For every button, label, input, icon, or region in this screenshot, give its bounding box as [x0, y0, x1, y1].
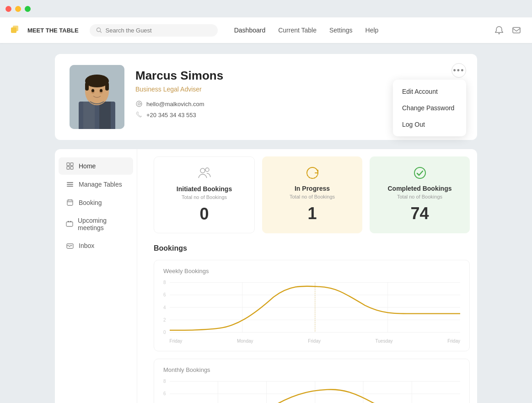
svg-line-3 [100, 31, 101, 32]
inbox-icon [66, 242, 74, 250]
completed-icon [413, 166, 427, 180]
monthly-y-6: 6 [163, 391, 166, 396]
weekly-y-0: 0 [163, 330, 166, 335]
inprogress-value: 1 [307, 204, 317, 223]
svg-rect-27 [67, 186, 73, 187]
initiated-icon [197, 166, 212, 181]
svg-rect-1 [13, 26, 18, 31]
profile-card: Marcus Simons Business Legal Adviser hel… [55, 54, 477, 140]
weekly-svg-container: Friday Monday Friday Tuesday Friday [170, 280, 460, 344]
weekly-x-labels: Friday Monday Friday Tuesday Friday [170, 339, 460, 344]
logo: MEET THE TABLE [11, 26, 79, 35]
email-row: hello@malkovich.com [135, 100, 223, 107]
svg-point-37 [205, 168, 209, 172]
sidebar-item-booking[interactable]: Booking [59, 194, 133, 211]
right-content: Initiated Bookings Total no of Bookings … [146, 149, 477, 403]
initiated-label: Initiated Bookings [177, 185, 232, 193]
more-button[interactable]: ••• [451, 63, 466, 78]
booking-icon [66, 199, 74, 207]
stats-row: Initiated Bookings Total no of Bookings … [154, 156, 470, 233]
monthly-chart-title: Monthly Bookings [163, 366, 460, 373]
weekly-x-tue: Tuesday [376, 339, 393, 344]
home-icon [66, 162, 74, 170]
svg-rect-12 [85, 82, 89, 91]
nav-right [494, 26, 521, 35]
logo-icon [11, 26, 24, 35]
main-content: Marcus Simons Business Legal Adviser hel… [0, 43, 532, 403]
sidebar-item-manage-tables[interactable]: Manage Tables [59, 176, 133, 193]
svg-rect-24 [70, 167, 73, 169]
weekly-chart-title: Weekly Bookings [163, 268, 460, 274]
titlebar [0, 0, 532, 17]
inprogress-sublabel: Total no of Bookings [290, 194, 335, 199]
weekly-x-fri1: Friday [170, 339, 183, 344]
monthly-y-8: 8 [163, 379, 166, 384]
weekly-chart-area: 8 6 4 2 0 [163, 280, 460, 344]
search-bar[interactable] [90, 24, 218, 37]
sidebar: Home Manage Tables [55, 149, 137, 403]
svg-point-16 [91, 89, 94, 92]
bookings-section: Bookings Weekly Bookings 8 6 4 2 0 [154, 244, 470, 403]
completed-sublabel: Total no of Bookings [397, 194, 442, 199]
svg-point-2 [97, 28, 100, 32]
svg-rect-32 [66, 222, 73, 226]
sidebar-item-inbox[interactable]: Inbox [59, 237, 133, 254]
meetings-icon [66, 220, 73, 228]
sidebar-home-label: Home [79, 162, 96, 170]
phone-icon [135, 111, 143, 118]
svg-rect-13 [105, 82, 109, 91]
svg-rect-5 [513, 27, 520, 33]
weekly-y-6: 6 [163, 292, 166, 297]
svg-rect-33 [68, 221, 69, 222]
svg-rect-21 [67, 163, 70, 166]
minimize-btn[interactable] [15, 6, 21, 12]
weekly-x-mon: Monday [237, 339, 253, 344]
monthly-chart-area: 8 6 4 2 0 [163, 379, 460, 403]
maximize-btn[interactable] [25, 6, 31, 12]
monthly-y-axis: 8 6 4 2 0 [163, 379, 166, 403]
edit-account-item[interactable]: Edit Account [393, 83, 466, 100]
sidebar-upcoming-label: Upcoming meetings [78, 217, 126, 231]
svg-point-4 [499, 33, 500, 34]
weekly-y-axis: 8 6 4 2 0 [163, 280, 166, 335]
monthly-chart-card: Monthly Bookings 8 6 4 2 0 [154, 359, 470, 403]
nav-settings[interactable]: Settings [329, 27, 353, 34]
notifications-icon[interactable] [494, 26, 504, 35]
nav-dashboard[interactable]: Dashboard [234, 27, 266, 34]
svg-rect-8 [83, 102, 95, 129]
svg-point-36 [200, 168, 205, 173]
svg-rect-9 [99, 102, 111, 129]
logout-item[interactable]: Log Out [393, 116, 466, 133]
search-icon [96, 27, 102, 33]
email-icon [135, 100, 143, 107]
sidebar-manage-tables-label: Manage Tables [79, 181, 122, 188]
close-btn[interactable] [5, 6, 11, 12]
completed-value: 74 [410, 204, 429, 223]
inprogress-icon [305, 166, 320, 180]
dropdown-menu: Edit Account Change Password Log Out [393, 80, 466, 136]
weekly-y-4: 4 [163, 305, 166, 310]
avatar [70, 65, 124, 129]
search-input[interactable] [106, 27, 211, 34]
avatar-image [70, 65, 124, 129]
svg-rect-25 [67, 182, 73, 183]
sidebar-inbox-label: Inbox [79, 242, 94, 249]
nav-current-table[interactable]: Current Table [278, 27, 317, 34]
sidebar-item-home[interactable]: Home [59, 157, 133, 175]
svg-point-38 [414, 167, 425, 178]
sidebar-item-upcoming[interactable]: Upcoming meetings [59, 212, 133, 236]
messages-icon[interactable] [512, 26, 521, 35]
monthly-svg-container: Jan Dec Mar Apr May Jun Jul Aug Sep Oct [170, 379, 460, 403]
profile-info: Marcus Simons Business Legal Adviser hel… [135, 65, 223, 118]
nav-links: Dashboard Current Table Settings Help [234, 27, 379, 34]
initiated-sublabel: Total no of Bookings [182, 194, 227, 200]
profile-contact: hello@malkovich.com +20 345 34 43 553 [135, 100, 223, 118]
sidebar-booking-label: Booking [79, 199, 102, 206]
dashboard-panel: Home Manage Tables [55, 149, 477, 403]
svg-rect-34 [70, 221, 71, 222]
stat-inprogress: In Progress Total no of Bookings 1 [262, 156, 362, 233]
stat-completed: Completed Bookings Total no of Bookings … [370, 156, 470, 233]
nav-help[interactable]: Help [365, 27, 379, 34]
initiated-value: 0 [199, 204, 209, 224]
change-password-item[interactable]: Change Password [393, 100, 466, 116]
